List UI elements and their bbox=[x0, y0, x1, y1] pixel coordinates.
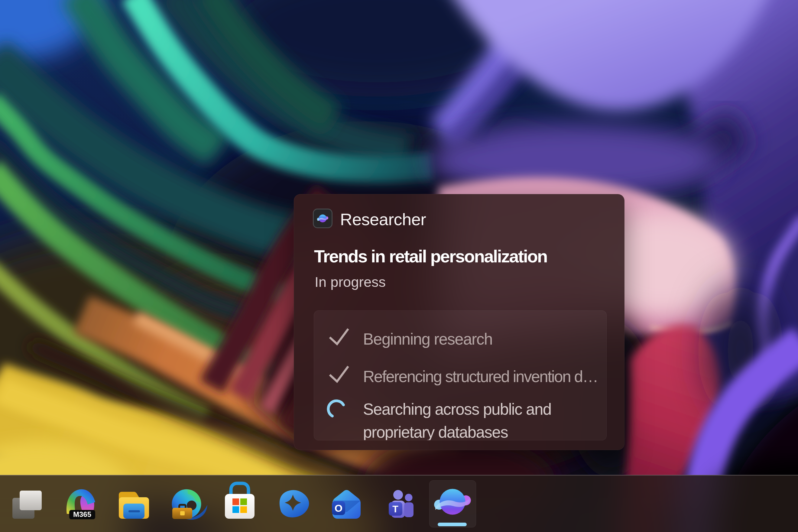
svg-text:O: O bbox=[335, 502, 342, 514]
svg-text:T: T bbox=[392, 504, 398, 514]
svg-text:Beginning research: Beginning research bbox=[363, 330, 492, 348]
svg-text:M365: M365 bbox=[73, 510, 91, 518]
svg-text:proprietary databases: proprietary databases bbox=[363, 423, 508, 440]
svg-text:Searching across public and: Searching across public and bbox=[363, 400, 551, 418]
svg-text:Referencing structured inventi: Referencing structured invention d… bbox=[363, 367, 597, 385]
